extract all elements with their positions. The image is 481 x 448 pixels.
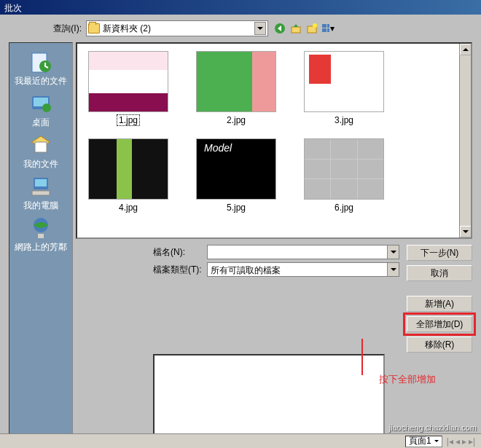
file-name: 1.jpg	[117, 114, 140, 126]
sidebar-item-network[interactable]: 網路上的芳鄰	[11, 215, 71, 255]
svg-point-3	[313, 23, 317, 28]
file-item[interactable]: 6.jpg	[300, 138, 388, 213]
file-name: 6.jpg	[335, 203, 353, 213]
titlebar: 批次	[0, 0, 481, 15]
back-button[interactable]	[273, 21, 287, 36]
thumbnail-image	[304, 51, 384, 112]
add-button[interactable]: 新增(A)	[407, 296, 472, 312]
prev-page-button[interactable]: ◂	[455, 436, 460, 447]
window-title: 批次	[4, 3, 22, 13]
next-page-button[interactable]: ▸	[462, 436, 466, 447]
scroll-down-button[interactable]	[460, 226, 472, 237]
statusbar: 頁面1 |◂ ◂ ▸ ▸|	[0, 433, 481, 448]
next-button[interactable]: 下一步(N)	[407, 245, 472, 261]
svg-rect-16	[32, 191, 50, 195]
sidebar-item-label: 我的文件	[12, 158, 69, 170]
file-item[interactable]: 5.jpg	[192, 138, 280, 213]
sidebar-item-label: 網路上的芳鄰	[12, 241, 69, 254]
nav-icons: ▾	[273, 21, 335, 36]
sidebar-item-desktop[interactable]: 桌面	[11, 90, 71, 130]
thumbnail-image	[88, 51, 168, 112]
svg-rect-18	[38, 234, 44, 238]
sidebar-item-computer[interactable]: 我的電腦	[11, 173, 71, 213]
svg-rect-4	[322, 24, 326, 28]
add-all-button[interactable]: 全部增加(D)	[407, 316, 472, 332]
svg-rect-5	[327, 24, 329, 28]
svg-rect-6	[322, 28, 326, 32]
file-name: 4.jpg	[119, 203, 138, 213]
filename-input[interactable]	[207, 245, 399, 259]
lookup-combo[interactable]: 新資料夾 (2)	[86, 20, 268, 36]
thumb-grid: 1.jpg 2.jpg 3.jpg 4.jpg 5.jpg 6.jpg	[82, 48, 466, 216]
up-button[interactable]	[289, 21, 303, 36]
lookup-label: 查詢(I):	[45, 23, 82, 35]
file-item[interactable]: 1.jpg	[85, 51, 172, 125]
thumbnail-image	[196, 51, 276, 112]
last-page-button[interactable]: ▸|	[469, 436, 475, 447]
annotation-text: 按下全部增加	[379, 373, 436, 386]
filetype-label: 檔案類型(T):	[153, 264, 204, 276]
filetype-input[interactable]: 所有可讀取的檔案	[207, 262, 399, 277]
cancel-button[interactable]: 取消	[407, 265, 472, 281]
first-page-button[interactable]: |◂	[447, 436, 453, 447]
thumbnail-image	[88, 138, 168, 200]
new-folder-button[interactable]	[305, 21, 319, 36]
buttons-column: 下一步(N) 取消 新增(A) 全部增加(D) 移除(R)	[407, 245, 472, 353]
scrollbar[interactable]	[459, 44, 471, 237]
svg-rect-15	[35, 179, 47, 186]
sidebar-item-label: 桌面	[12, 117, 69, 129]
file-item[interactable]: 3.jpg	[300, 51, 388, 125]
thumbnail-image	[196, 138, 276, 200]
thumbnail-image	[304, 138, 384, 200]
svg-rect-1	[292, 27, 300, 33]
sidebar-item-label: 我的電腦	[12, 200, 69, 212]
remove-button[interactable]: 移除(R)	[407, 337, 472, 353]
right-side: 1.jpg 2.jpg 3.jpg 4.jpg 5.jpg 6.jpg 檔名(N…	[76, 42, 472, 448]
chevron-down-icon[interactable]	[254, 22, 266, 35]
file-name: 3.jpg	[335, 115, 353, 125]
watermark: jiaocheng.chazidian.com	[389, 423, 477, 432]
sidebar-item-label: 我最近的文件	[12, 75, 69, 87]
scroll-up-button[interactable]	[460, 44, 472, 55]
svg-rect-13	[35, 142, 47, 152]
filename-label: 檔名(N):	[153, 246, 204, 259]
folder-icon	[88, 23, 100, 34]
sidebar-item-recent[interactable]: 我最近的文件	[11, 49, 71, 89]
view-menu-button[interactable]: ▾	[321, 21, 335, 36]
annotation-line	[361, 339, 363, 375]
dialog-body: 查詢(I): 新資料夾 (2) ▾ 我最近的文件 桌面 我的文件	[0, 15, 481, 448]
main-area: 我最近的文件 桌面 我的文件 我的電腦 網路上的芳鄰 1.jpg	[9, 42, 472, 448]
lookup-value: 新資料夾 (2)	[103, 23, 251, 35]
page-nav: |◂ ◂ ▸ ▸|	[447, 436, 475, 447]
svg-rect-7	[327, 28, 329, 32]
selected-files-listbox[interactable]	[153, 354, 385, 441]
chevron-down-icon[interactable]	[387, 245, 399, 259]
chevron-down-icon[interactable]	[387, 263, 399, 276]
file-item[interactable]: 2.jpg	[192, 51, 280, 125]
svg-point-12	[42, 103, 51, 112]
form-rows: 檔名(N): 檔案類型(T): 所有可讀取的檔案 下一步(N) 取消 新增(A)…	[76, 245, 472, 353]
sidebar-item-documents[interactable]: 我的文件	[11, 132, 71, 172]
file-item[interactable]: 4.jpg	[85, 138, 172, 213]
places-sidebar: 我最近的文件 桌面 我的文件 我的電腦 網路上的芳鄰	[9, 42, 73, 448]
chevron-down-icon	[434, 440, 439, 444]
lookup-row: 查詢(I): 新資料夾 (2) ▾	[9, 20, 472, 36]
file-pane[interactable]: 1.jpg 2.jpg 3.jpg 4.jpg 5.jpg 6.jpg	[76, 42, 472, 239]
file-name: 5.jpg	[227, 203, 246, 213]
file-name: 2.jpg	[227, 115, 246, 125]
page-selector[interactable]: 頁面1	[405, 436, 442, 447]
